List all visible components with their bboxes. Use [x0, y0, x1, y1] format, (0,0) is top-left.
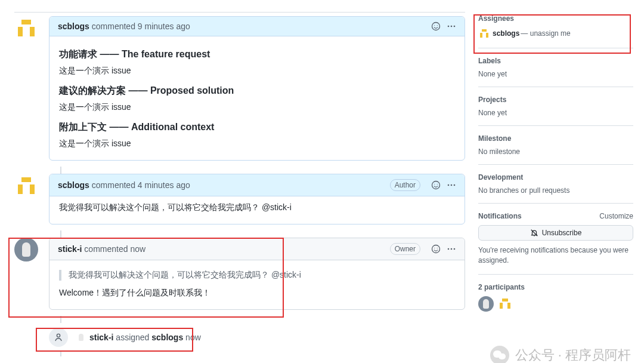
author-badge: Author — [390, 179, 420, 191]
event-actor[interactable]: stick-i — [89, 333, 113, 342]
section-heading: 附加上下文 —— Additional context — [59, 121, 455, 134]
sidebar-labels[interactable]: Labels None yet — [478, 48, 633, 87]
svg-point-18 — [57, 334, 60, 337]
svg-point-3 — [448, 26, 450, 27]
sidebar-value: No milestone — [478, 147, 633, 156]
kebab-icon[interactable] — [447, 244, 456, 254]
comment-time[interactable]: 9 minutes ago — [138, 21, 190, 31]
svg-point-1 — [434, 25, 435, 26]
event-target[interactable]: scblogs — [151, 333, 183, 342]
issue-sidebar: Assignees scblogs — unassign me Labels N… — [478, 12, 633, 356]
sidebar-title: Labels — [478, 57, 501, 65]
sidebar-value: None yet — [478, 109, 633, 117]
kebab-icon[interactable] — [447, 21, 456, 31]
smiley-icon[interactable] — [431, 244, 441, 254]
sidebar-title: Assignees — [478, 14, 514, 23]
svg-point-11 — [454, 184, 456, 186]
comment-header: scblogs commented 9 minutes ago — [49, 17, 465, 36]
svg-point-9 — [448, 184, 450, 186]
kebab-icon[interactable] — [447, 180, 456, 190]
timeline-event-assigned: stick-i assigned scblogs now — [14, 323, 465, 352]
avatar-sticki-small[interactable] — [75, 331, 87, 343]
comment-body: 我觉得我可以解决这个问题，可以将它交给我完成吗？ @stick-i — [49, 196, 465, 224]
svg-point-6 — [432, 182, 440, 189]
comment-box: scblogs commented 4 minutes ago Author — [49, 174, 465, 224]
comment-time[interactable]: now — [130, 244, 145, 254]
sidebar-title: Milestone — [478, 134, 511, 143]
smiley-icon[interactable] — [431, 21, 441, 31]
svg-point-10 — [451, 184, 453, 186]
person-icon — [49, 328, 68, 347]
comment-box: scblogs commented 9 minutes ago 功 — [49, 16, 465, 161]
comment-3: stick-i commented now Owner — [14, 238, 465, 310]
comment-2: scblogs commented 4 minutes ago Author — [14, 174, 465, 224]
notification-note: You're receiving notifications because y… — [478, 245, 633, 266]
svg-point-2 — [437, 25, 438, 26]
body-text: 这是一个演示 issue — [59, 139, 455, 149]
event-time[interactable]: now — [185, 333, 201, 342]
avatar-scblogs-small[interactable] — [478, 27, 490, 39]
sidebar-value: No branches or pull requests — [478, 186, 633, 195]
body-text: 这是一个演示 issue — [59, 66, 455, 76]
owner-badge: Owner — [390, 243, 420, 255]
sidebar-value: None yet — [478, 70, 633, 78]
comment-header: scblogs commented 4 minutes ago Author — [49, 174, 465, 196]
comment-body: 功能请求 —— The feature request 这是一个演示 issue… — [49, 36, 465, 160]
comment-1: scblogs commented 9 minutes ago 功 — [14, 16, 465, 161]
avatar-scblogs[interactable] — [14, 16, 38, 40]
section-heading: 功能请求 —— The feature request — [59, 48, 455, 61]
unsubscribe-button[interactable]: Unsubscribe — [478, 225, 633, 241]
bell-slash-icon — [530, 229, 538, 237]
svg-point-5 — [454, 26, 456, 27]
svg-point-16 — [451, 248, 453, 250]
comment-author[interactable]: scblogs — [58, 21, 89, 31]
avatar-scblogs[interactable] — [14, 174, 38, 198]
sidebar-milestone[interactable]: Milestone No milestone — [478, 126, 633, 165]
svg-point-12 — [432, 245, 440, 253]
sidebar-title: Development — [478, 173, 523, 182]
section-heading: 建议的解决方案 —— Proposed solution — [59, 85, 455, 97]
comment-body: 我觉得我可以解决这个问题，可以将它交给我完成吗？ @stick-i Welcom… — [49, 260, 465, 309]
svg-point-14 — [437, 248, 438, 248]
sidebar-title: 2 participants — [478, 283, 525, 291]
comment-author[interactable]: stick-i — [58, 244, 82, 254]
sidebar-title: Projects — [478, 96, 506, 104]
comment-meta: scblogs commented 4 minutes ago — [58, 180, 390, 190]
customize-link[interactable]: Customize — [599, 212, 633, 220]
svg-point-17 — [454, 248, 456, 250]
participant-avatar-scblogs[interactable] — [497, 296, 513, 312]
body-text: 这是一个演示 issue — [59, 102, 455, 113]
comment-author[interactable]: scblogs — [58, 180, 89, 190]
sidebar-notifications: Notifications Customize Unsubscribe You'… — [478, 204, 633, 275]
avatar-sticki[interactable] — [14, 238, 38, 262]
comment-header: stick-i commented now Owner — [49, 238, 465, 260]
comment-meta: stick-i commented now — [58, 244, 390, 254]
unassign-me-link[interactable]: unassign me — [530, 29, 571, 38]
svg-point-15 — [448, 248, 450, 250]
smiley-icon[interactable] — [431, 180, 441, 190]
svg-point-0 — [432, 23, 440, 30]
svg-point-13 — [434, 248, 435, 248]
svg-point-7 — [434, 184, 435, 184]
body-text: Welcome！遇到了什么问题及时联系我！ — [59, 288, 455, 299]
sidebar-development[interactable]: Development No branches or pull requests — [478, 165, 633, 204]
sidebar-title: Notifications — [478, 212, 522, 220]
svg-point-8 — [437, 184, 438, 184]
timeline-text: stick-i assigned scblogs now — [89, 333, 201, 342]
quote-block: 我觉得我可以解决这个问题，可以将它交给我完成吗？ @stick-i — [59, 270, 455, 281]
svg-point-4 — [451, 26, 453, 27]
comment-time[interactable]: 4 minutes ago — [138, 180, 190, 190]
comment-meta: scblogs commented 9 minutes ago — [58, 21, 431, 31]
sidebar-assignees[interactable]: Assignees scblogs — unassign me — [478, 12, 633, 48]
sidebar-projects[interactable]: Projects None yet — [478, 87, 633, 126]
body-text: 我觉得我可以解决这个问题，可以将它交给我完成吗？ @stick-i — [59, 202, 455, 213]
sidebar-participants: 2 participants — [478, 275, 633, 320]
assignee-name[interactable]: scblogs — [493, 29, 519, 38]
comment-box: stick-i commented now Owner — [49, 238, 465, 310]
participant-avatar-sticki[interactable] — [478, 296, 494, 312]
